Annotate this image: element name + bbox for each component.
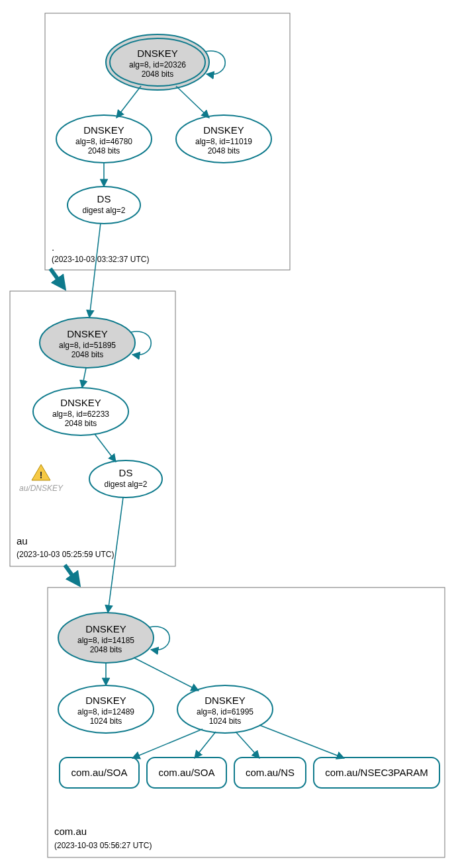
zone-au-label: au <box>17 535 28 546</box>
zone-comau-time: (2023-10-03 05:56:27 UTC) <box>54 841 152 850</box>
node-comau-zsk1-l2: 1024 bits <box>90 716 122 726</box>
warning-exclaim-icon: ! <box>40 469 43 480</box>
warning-au-dnskey: ! au/DNSKEY <box>19 464 64 493</box>
warning-au-label: au/DNSKEY <box>19 484 64 493</box>
zone-root-label: . <box>52 241 54 253</box>
zone-root-time: (2023-10-03 03:32:37 UTC) <box>52 255 149 264</box>
node-au-ds: DS digest alg=2 <box>89 460 162 498</box>
svg-point-9 <box>89 460 162 498</box>
edge-zsk2-rr4 <box>259 725 344 758</box>
node-comau-zsk2-l2: 1024 bits <box>209 716 242 726</box>
node-root-ksk: DNSKEY alg=8, id=20326 2048 bits <box>106 34 209 90</box>
edge-au-zsk-ds <box>95 434 116 462</box>
node-au-ds-title: DS <box>119 467 133 478</box>
node-au-zsk-l1: alg=8, id=62233 <box>52 410 109 419</box>
zone-au-time: (2023-10-03 05:25:59 UTC) <box>17 550 114 559</box>
rr4-label: com.au/NSEC3PARAM <box>325 767 428 778</box>
node-root-ksk-title: DNSKEY <box>137 48 178 59</box>
node-root-ds: DS digest alg=2 <box>68 187 140 224</box>
node-au-zsk: DNSKEY alg=8, id=62233 2048 bits <box>33 388 128 435</box>
edge-au-ksk-zsk <box>82 368 86 388</box>
node-comau-zsk1-l1: alg=8, id=12489 <box>77 707 134 716</box>
edge-comau-ksk-zsk2 <box>134 658 199 691</box>
edge-root-ksk-zsk2 <box>176 86 209 118</box>
node-root-zsk2: DNSKEY alg=8, id=11019 2048 bits <box>176 115 271 163</box>
node-rr-soa1: com.au/SOA <box>60 758 139 788</box>
node-root-zsk1-l2: 2048 bits <box>88 146 120 155</box>
node-au-ksk-title: DNSKEY <box>67 328 108 339</box>
rr3-label: com.au/NS <box>246 767 295 778</box>
node-root-zsk1-l1: alg=8, id=46780 <box>75 137 132 146</box>
node-rr-nsec3param: com.au/NSEC3PARAM <box>314 758 439 788</box>
node-comau-zsk2-title: DNSKEY <box>205 695 246 706</box>
node-comau-zsk2: DNSKEY alg=8, id=61995 1024 bits <box>177 685 273 733</box>
zone-comau-label: com.au <box>54 826 87 837</box>
node-comau-ksk-l2: 2048 bits <box>90 645 122 654</box>
rr2-label: com.au/SOA <box>158 767 214 778</box>
node-root-zsk1: DNSKEY alg=8, id=46780 2048 bits <box>56 115 152 163</box>
node-au-ksk: DNSKEY alg=8, id=51895 2048 bits <box>40 318 135 368</box>
edge-zsk2-rr3 <box>236 732 259 758</box>
node-comau-zsk1: DNSKEY alg=8, id=12489 1024 bits <box>58 685 154 733</box>
node-root-zsk2-l2: 2048 bits <box>208 146 240 155</box>
node-comau-ksk-l1: alg=8, id=14185 <box>77 636 134 645</box>
node-root-zsk2-l1: alg=8, id=11019 <box>195 137 252 146</box>
node-comau-zsk2-l1: alg=8, id=61995 <box>197 707 253 716</box>
node-root-zsk1-title: DNSKEY <box>83 124 124 136</box>
edge-root-to-au <box>50 269 64 287</box>
edge-au-to-comau <box>65 565 78 584</box>
node-comau-zsk1-title: DNSKEY <box>85 695 126 706</box>
node-au-ds-l1: digest alg=2 <box>104 480 147 489</box>
svg-point-5 <box>68 187 140 224</box>
node-comau-ksk-title: DNSKEY <box>85 623 126 634</box>
node-root-zsk2-title: DNSKEY <box>203 124 244 136</box>
node-rr-ns: com.au/NS <box>234 758 306 788</box>
node-comau-ksk: DNSKEY alg=8, id=14185 2048 bits <box>58 613 154 663</box>
node-au-ksk-l2: 2048 bits <box>71 350 104 359</box>
edge-zsk2-rr2 <box>195 732 216 758</box>
node-au-zsk-l2: 2048 bits <box>65 419 97 428</box>
node-root-ksk-l2: 2048 bits <box>142 69 174 79</box>
node-au-zsk-title: DNSKEY <box>60 397 101 408</box>
node-au-ksk-l1: alg=8, id=51895 <box>59 341 116 350</box>
node-root-ksk-l1: alg=8, id=20326 <box>129 60 186 69</box>
dnssec-diagram: . (2023-10-03 03:32:37 UTC) DNSKEY alg=8… <box>0 0 458 868</box>
rr1-label: com.au/SOA <box>71 767 127 778</box>
node-root-ds-l1: digest alg=2 <box>82 206 125 215</box>
node-root-ds-title: DS <box>97 193 111 204</box>
node-rr-soa2: com.au/SOA <box>147 758 226 788</box>
edge-zsk2-rr1 <box>132 729 203 758</box>
edge-root-ksk-zsk1 <box>116 86 141 118</box>
